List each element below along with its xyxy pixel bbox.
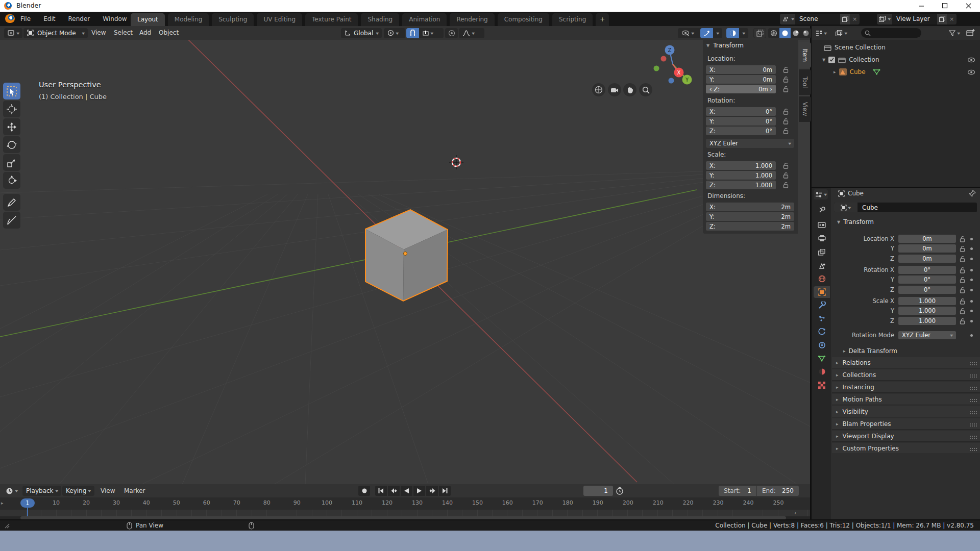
region-expand-arrow[interactable]: ▸	[1, 500, 4, 506]
tool-select-box[interactable]	[3, 83, 20, 99]
view-layer-name[interactable]: View Layer	[892, 15, 937, 22]
shading-material-button[interactable]	[791, 28, 801, 38]
dimensions-y-field[interactable]: Y:2m	[706, 212, 794, 221]
outliner-filter-dropdown[interactable]: ▾	[947, 28, 961, 38]
properties-tab-render[interactable]	[814, 219, 830, 231]
properties-tab-world[interactable]	[814, 273, 830, 285]
transform-panel-header[interactable]: ▼ Transform	[706, 42, 744, 49]
properties-tab-object[interactable]	[814, 286, 830, 298]
outliner-row-cube[interactable]: ▸ Cube	[834, 68, 880, 76]
record-button[interactable]	[358, 486, 370, 496]
lock-icon[interactable]	[959, 317, 966, 325]
lock-icon[interactable]	[782, 181, 790, 189]
animate-dot[interactable]	[970, 334, 973, 337]
pin-icon[interactable]	[969, 190, 976, 197]
transform-orientation-dropdown[interactable]: Global ▾	[341, 28, 382, 38]
panel-blam-properties[interactable]: ▸Blam Properties	[832, 418, 980, 430]
lock-icon[interactable]	[782, 85, 790, 93]
properties-tab-particles[interactable]	[814, 313, 830, 324]
rotation-z-field[interactable]: Z:0°	[706, 127, 776, 135]
timeline-editor-type-dropdown[interactable]: ▾	[4, 486, 19, 496]
timeline-track[interactable]	[0, 510, 810, 516]
sidebar-tab-tool[interactable]: Tool	[799, 69, 811, 95]
overlays-toggle[interactable]	[726, 28, 739, 38]
rotation-x-field[interactable]: X:0°	[706, 107, 776, 116]
prop-rotation-y[interactable]: 0°	[898, 276, 956, 284]
gizmos-toggle[interactable]	[700, 28, 713, 38]
prop-scale-y[interactable]: 1.000	[898, 307, 956, 315]
tool-rotate[interactable]	[3, 136, 20, 153]
lock-icon[interactable]	[782, 117, 790, 125]
maximize-button[interactable]	[933, 0, 957, 11]
animate-dot[interactable]	[970, 279, 973, 281]
prop-scale-x[interactable]: 1.000	[898, 297, 956, 305]
play-button[interactable]	[413, 486, 425, 496]
tool-cursor[interactable]	[3, 101, 20, 117]
menu-file[interactable]: File	[15, 12, 36, 26]
animate-dot[interactable]	[970, 320, 973, 322]
location-y-field[interactable]: Y:0m	[706, 75, 776, 84]
location-z-field[interactable]: ‹ Z:0m ›	[706, 85, 776, 93]
sidebar-tab-view[interactable]: View	[799, 96, 811, 122]
prop-rotation-x[interactable]: 0°	[898, 266, 956, 274]
scale-z-field[interactable]: Z:1.000	[706, 181, 776, 189]
panel-relations[interactable]: ▸Relations	[832, 357, 980, 368]
lock-icon[interactable]	[959, 286, 966, 294]
viewport-3d[interactable]: User Perspective (1) Collection | Cube	[0, 40, 810, 484]
collection-checkbox[interactable]	[828, 57, 835, 63]
lock-icon[interactable]	[959, 235, 966, 243]
playback-menu[interactable]: Playback▾	[22, 486, 61, 496]
scene-name[interactable]: Scene	[795, 15, 840, 22]
end-frame-field[interactable]: End:250	[757, 486, 799, 496]
panel-visibility[interactable]: ▸Visibility	[832, 406, 980, 417]
tab-rendering[interactable]: Rendering	[450, 13, 494, 26]
minimize-button[interactable]	[910, 0, 933, 11]
scene-copy-button[interactable]	[840, 14, 850, 24]
lock-icon[interactable]	[782, 171, 790, 179]
prop-location-x[interactable]: 0m	[898, 235, 956, 243]
prop-location-z[interactable]: 0m	[898, 255, 956, 263]
properties-tab-modifiers[interactable]	[814, 299, 830, 311]
panel-motion-paths[interactable]: ▸Motion Paths	[832, 394, 980, 405]
tool-scale[interactable]	[3, 154, 20, 171]
panel-delta-transform[interactable]: ▸ Delta Transform	[843, 347, 897, 355]
lock-icon[interactable]	[782, 162, 790, 169]
lock-icon[interactable]	[959, 255, 966, 263]
region-collapse-arrow[interactable]: ‹	[794, 510, 796, 516]
current-frame-field[interactable]: 1	[583, 486, 613, 496]
jump-to-start-button[interactable]	[375, 486, 387, 496]
jump-to-end-button[interactable]	[439, 486, 451, 496]
panel-collections[interactable]: ▸Collections	[832, 369, 980, 381]
properties-tab-scene[interactable]	[814, 260, 830, 271]
hide-eye-icon[interactable]	[967, 57, 975, 63]
lock-icon[interactable]	[959, 297, 966, 305]
tab-shading[interactable]: Shading	[361, 13, 399, 26]
tool-annotate[interactable]	[3, 194, 20, 211]
tool-move[interactable]	[3, 118, 20, 135]
lock-icon[interactable]	[959, 276, 966, 284]
current-frame-badge[interactable]: 1	[20, 498, 35, 508]
tab-texture-paint[interactable]: Texture Paint	[305, 13, 358, 26]
snap-toggle[interactable]	[406, 28, 419, 38]
proportional-falloff-dropdown[interactable]: ▾	[459, 28, 484, 38]
prop-rotation-mode-dropdown[interactable]: XYZ Euler▾	[898, 331, 956, 339]
rotation-y-field[interactable]: Y:0°	[706, 117, 776, 126]
menu-window[interactable]: Window	[97, 12, 132, 26]
properties-tab-object-data[interactable]	[814, 353, 830, 364]
animate-dot[interactable]	[970, 269, 973, 271]
sidebar-tab-item[interactable]: Item	[799, 42, 811, 68]
properties-transform-header[interactable]: ▼ Transform	[837, 218, 874, 226]
keying-menu[interactable]: Keying▾	[62, 486, 94, 496]
navigation-gizmo[interactable]: Z Y X	[648, 42, 697, 91]
menu-edit[interactable]: Edit	[38, 12, 60, 26]
lock-icon[interactable]	[782, 76, 790, 83]
menu-view[interactable]: View	[86, 26, 111, 40]
view-layer-copy-button[interactable]	[937, 14, 947, 24]
dimensions-z-field[interactable]: Z:2m	[706, 222, 794, 231]
tab-layout[interactable]: Layout	[131, 13, 165, 26]
lock-icon[interactable]	[959, 307, 966, 315]
scene-icon[interactable]: ▾	[780, 14, 795, 24]
scene-unlink-button[interactable]: ×	[850, 14, 860, 24]
proportional-editing-toggle[interactable]	[445, 28, 458, 38]
auto-keying-clock-icon[interactable]	[616, 487, 624, 495]
